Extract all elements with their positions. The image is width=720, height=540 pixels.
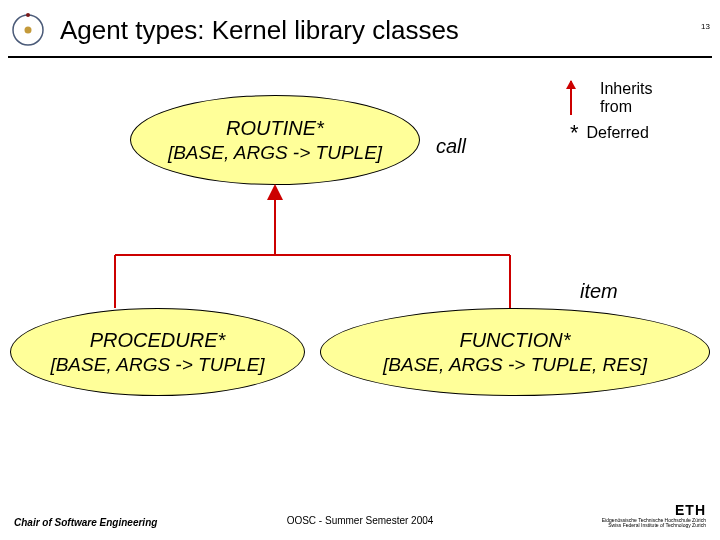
page-number: 13: [701, 22, 710, 31]
title-bar: Agent types: Kernel library classes: [8, 12, 712, 58]
class-procedure: PROCEDURE* [BASE, ARGS -> TUPLE]: [10, 308, 305, 396]
svg-point-2: [26, 13, 30, 17]
logo-icon: [10, 12, 46, 48]
footer-chair: Chair of Software Engineering: [14, 517, 157, 528]
legend-inherits-label: Inherits from: [600, 80, 652, 116]
routine-params: [BASE, ARGS -> TUPLE]: [168, 141, 382, 166]
class-routine: ROUTINE* [BASE, ARGS -> TUPLE]: [130, 95, 420, 185]
class-function: FUNCTION* [BASE, ARGS -> TUPLE, RES]: [320, 308, 710, 396]
function-name: FUNCTION*: [459, 327, 570, 353]
eth-subtitle: Eidgenössische Technische Hochschule Zür…: [602, 518, 706, 528]
page-title: Agent types: Kernel library classes: [60, 15, 459, 46]
function-feature-item: item: [580, 280, 618, 303]
routine-feature-call: call: [436, 135, 466, 158]
function-params: [BASE, ARGS -> TUPLE, RES]: [383, 353, 647, 378]
routine-name: ROUTINE*: [226, 115, 324, 141]
legend-deferred: * Deferred: [570, 120, 700, 146]
legend-inherits: Inherits from: [570, 80, 700, 116]
asterisk-icon: *: [570, 120, 579, 146]
svg-point-1: [25, 27, 32, 34]
legend: Inherits from * Deferred: [570, 80, 700, 150]
inherits-arrow-icon: [570, 81, 590, 115]
procedure-name: PROCEDURE*: [90, 327, 226, 353]
footer-course: OOSC - Summer Semester 2004: [287, 515, 434, 526]
footer-eth: ETH Eidgenössische Technische Hochschule…: [602, 502, 706, 528]
legend-deferred-label: Deferred: [587, 124, 649, 142]
procedure-params: [BASE, ARGS -> TUPLE]: [50, 353, 264, 378]
eth-logo-text: ETH: [602, 502, 706, 518]
slide: Agent types: Kernel library classes 13 I…: [0, 0, 720, 540]
